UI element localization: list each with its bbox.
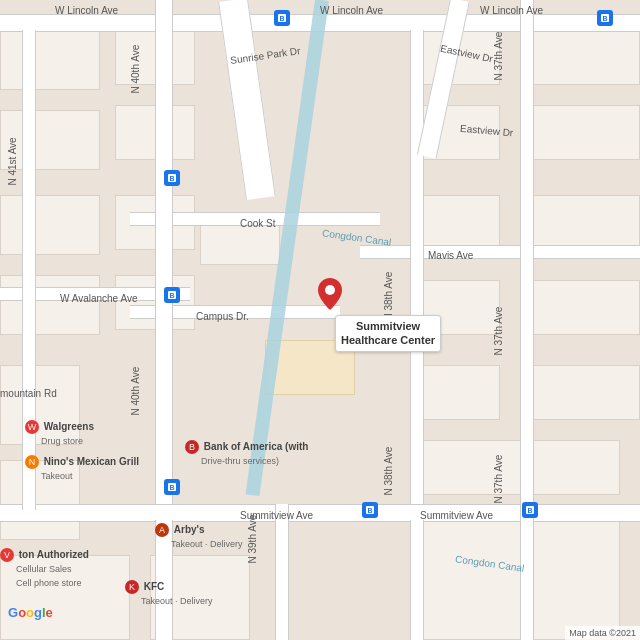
map-attribution: Map data ©2021: [565, 626, 640, 640]
biz-label-arbys[interactable]: A Arby's Takeout · Delivery: [155, 523, 243, 551]
bus-stop-40th-mid[interactable]: B: [164, 170, 180, 186]
city-block: [520, 30, 640, 85]
bus-stop-summitview-39th[interactable]: B: [362, 502, 378, 518]
biz-label-walgreens[interactable]: W Walgreens Drug store: [25, 420, 94, 448]
map-container: W Lincoln Ave W Lincoln Ave W Lincoln Av…: [0, 0, 640, 640]
city-block: [420, 365, 500, 420]
svg-point-14: [325, 285, 335, 295]
svg-text:B: B: [279, 15, 284, 22]
biz-label-ninos[interactable]: N Nino's Mexican Grill Takeout: [25, 455, 139, 483]
road-n-38th-ave: [410, 30, 424, 504]
city-block: [520, 105, 640, 160]
road-n-38th-ave-lower: [410, 520, 424, 640]
biz-label-verizon[interactable]: V ton Authorized Cellular Sales Cell pho…: [0, 548, 89, 590]
road-summitview-ave: [0, 504, 640, 522]
city-block: [520, 365, 640, 420]
bus-stop-40th-summitview[interactable]: B: [164, 479, 180, 495]
google-logo: Google: [8, 605, 53, 620]
svg-text:B: B: [169, 292, 174, 299]
svg-text:B: B: [169, 175, 174, 182]
city-block: [0, 30, 100, 90]
road-mavis-ave: [360, 245, 640, 259]
city-block: [0, 110, 100, 170]
svg-text:B: B: [367, 507, 372, 514]
place-label-summitview: Summitview Healthcare Center: [335, 315, 441, 352]
city-block: [0, 275, 100, 335]
map-pin-summitview[interactable]: [318, 278, 342, 310]
svg-text:B: B: [169, 484, 174, 491]
city-block: [520, 280, 640, 335]
biz-label-bank-of-america[interactable]: B Bank of America (with Drive-thru servi…: [185, 440, 308, 468]
svg-text:B: B: [527, 507, 532, 514]
road-n-40th-ave: [155, 0, 173, 504]
road-n-39th-ave: [275, 504, 289, 640]
bus-stop-40th-avalanche[interactable]: B: [164, 287, 180, 303]
svg-text:B: B: [602, 15, 607, 22]
city-block: [0, 195, 100, 255]
bus-stop-lincoln-37th[interactable]: B: [597, 10, 613, 26]
road-n-37th-ave: [520, 0, 534, 640]
bus-stop-lincoln-40th[interactable]: B: [274, 10, 290, 26]
bus-stop-summitview-37th[interactable]: B: [522, 502, 538, 518]
biz-label-kfc[interactable]: K KFC Takeout · Delivery: [125, 580, 213, 608]
